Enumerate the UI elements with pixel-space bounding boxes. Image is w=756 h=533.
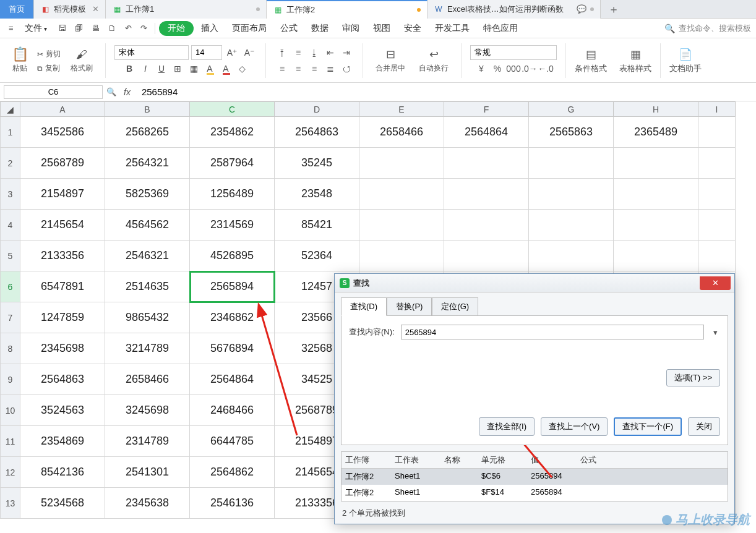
cell[interactable] xyxy=(529,148,614,179)
cell[interactable]: 8542136 xyxy=(20,457,105,488)
font-size-select[interactable] xyxy=(191,45,222,60)
cond-format-button[interactable]: ▤条件格式 xyxy=(571,46,611,75)
menu-review[interactable]: 审阅 xyxy=(336,20,366,36)
name-box[interactable] xyxy=(4,85,103,99)
cell[interactable] xyxy=(359,148,444,179)
column-header[interactable]: G xyxy=(529,102,614,117)
menu-special[interactable]: 特色应用 xyxy=(477,20,524,36)
orientation-icon[interactable]: ⭯ xyxy=(339,61,354,76)
cell[interactable]: 5234568 xyxy=(20,488,105,519)
decrease-font-icon[interactable]: A⁻ xyxy=(242,45,257,60)
find-all-button[interactable]: 查找全部(I) xyxy=(479,417,535,436)
cell[interactable] xyxy=(359,241,444,271)
cell[interactable]: 5676894 xyxy=(190,333,275,364)
cell[interactable]: 2345698 xyxy=(20,333,105,364)
menu-formula[interactable]: 公式 xyxy=(274,20,304,36)
cell[interactable]: 2564864 xyxy=(190,364,275,395)
command-search[interactable]: 🔍 查找命令、搜索模板 xyxy=(664,23,751,34)
row-header[interactable]: 4 xyxy=(1,210,20,241)
close-icon[interactable]: ✕ xyxy=(92,4,99,14)
cell[interactable]: 52364 xyxy=(275,241,359,271)
cell[interactable]: 2314789 xyxy=(105,426,190,457)
close-button[interactable]: ✕ xyxy=(700,276,731,290)
print-icon[interactable]: 🖶 xyxy=(88,21,103,35)
column-header[interactable]: B xyxy=(105,102,190,117)
cell[interactable]: 5825369 xyxy=(105,179,190,210)
cell[interactable]: 2354869 xyxy=(20,426,105,457)
column-header[interactable]: C xyxy=(190,102,275,117)
cell[interactable]: 2133356 xyxy=(20,241,105,271)
cell[interactable]: 2565894 xyxy=(190,271,275,302)
align-bottom-icon[interactable]: ⭳ xyxy=(307,45,322,60)
cell[interactable]: 2564863 xyxy=(20,364,105,395)
cell[interactable] xyxy=(529,210,614,241)
copy-button[interactable]: ⧉复制 xyxy=(35,62,63,75)
row-header[interactable]: 5 xyxy=(1,241,20,271)
row-header[interactable]: 6 xyxy=(1,271,20,302)
cell[interactable] xyxy=(444,210,529,241)
result-row[interactable]: 工作簿2 Sheet1 $F$14 2565894 xyxy=(341,485,728,501)
chevron-down-icon[interactable]: ▾ xyxy=(710,328,720,337)
options-button[interactable]: 选项(T) >> xyxy=(666,369,720,386)
row-header[interactable]: 7 xyxy=(1,302,20,333)
formula-input[interactable] xyxy=(138,85,752,99)
close-button[interactable]: 关闭 xyxy=(688,417,720,436)
tab-template[interactable]: ◧ 稻壳模板 ✕ xyxy=(34,0,106,19)
number-format-select[interactable] xyxy=(470,45,557,60)
cell[interactable]: 2564321 xyxy=(105,148,190,179)
table-style-button[interactable]: ▦表格样式 xyxy=(616,46,655,75)
underline-button[interactable]: U xyxy=(154,61,169,76)
bold-button[interactable]: B xyxy=(122,61,137,76)
row-header[interactable]: 11 xyxy=(1,426,20,457)
inc-decimal-icon[interactable]: .0→ xyxy=(522,61,537,76)
cell[interactable] xyxy=(529,179,614,210)
undo-icon[interactable]: ↶ xyxy=(121,21,135,35)
cell[interactable] xyxy=(698,241,736,271)
result-row[interactable]: 工作簿2 Sheet1 $C$6 2565894 xyxy=(341,469,728,485)
cell[interactable]: 2354862 xyxy=(190,117,275,148)
cell[interactable]: 2514635 xyxy=(105,271,190,302)
percent-icon[interactable]: % xyxy=(490,61,505,76)
row-header[interactable]: 12 xyxy=(1,457,20,488)
cell[interactable] xyxy=(614,148,698,179)
home-tab[interactable]: 首页 xyxy=(0,0,34,19)
cell[interactable]: 35245 xyxy=(275,148,359,179)
cell[interactable]: 3214789 xyxy=(105,333,190,364)
cell[interactable] xyxy=(698,117,736,148)
align-top-icon[interactable]: ⭱ xyxy=(275,45,290,60)
cell[interactable]: 2564864 xyxy=(444,117,529,148)
doc-assist-button[interactable]: 📄文档助手 xyxy=(666,46,705,75)
clear-format-button[interactable]: ◇ xyxy=(234,61,249,76)
menu-start[interactable]: 开始 xyxy=(159,21,194,36)
cell[interactable]: 3524563 xyxy=(20,395,105,426)
cell[interactable] xyxy=(698,179,736,210)
cell[interactable]: 2564863 xyxy=(275,117,359,148)
redo-icon[interactable]: ↷ xyxy=(137,21,151,35)
cell[interactable] xyxy=(444,179,529,210)
row-header[interactable]: 13 xyxy=(1,488,20,519)
cell[interactable]: 1256489 xyxy=(190,179,275,210)
menu-data[interactable]: 数据 xyxy=(305,20,335,36)
print-preview-icon[interactable]: 🗋 xyxy=(105,21,120,35)
cell[interactable]: 9865432 xyxy=(105,302,190,333)
select-all-corner[interactable]: ◢ xyxy=(1,102,20,117)
cell[interactable]: 2541301 xyxy=(105,457,190,488)
increase-font-icon[interactable]: A⁺ xyxy=(225,45,239,60)
cut-button[interactable]: ✂剪切 xyxy=(35,48,63,61)
row-header[interactable]: 8 xyxy=(1,333,20,364)
cell[interactable] xyxy=(614,179,698,210)
cell[interactable]: 23548 xyxy=(275,179,359,210)
find-input[interactable] xyxy=(401,325,704,339)
border-button[interactable]: ⊞ xyxy=(170,61,185,76)
row-header[interactable]: 3 xyxy=(1,179,20,210)
column-header[interactable]: I xyxy=(698,102,736,117)
tab-excel-tips[interactable]: W Excel表格技…如何运用判断函数 💬 xyxy=(427,0,601,19)
indent-left-icon[interactable]: ⇤ xyxy=(323,45,338,60)
cell[interactable] xyxy=(444,148,529,179)
tab-goto[interactable]: 定位(G) xyxy=(432,297,478,316)
cell[interactable]: 2658466 xyxy=(359,117,444,148)
zoom-icon[interactable]: 🔍 xyxy=(106,87,116,96)
cell[interactable]: 2564862 xyxy=(190,457,275,488)
cell[interactable]: 6547891 xyxy=(20,271,105,302)
cell[interactable] xyxy=(614,210,698,241)
